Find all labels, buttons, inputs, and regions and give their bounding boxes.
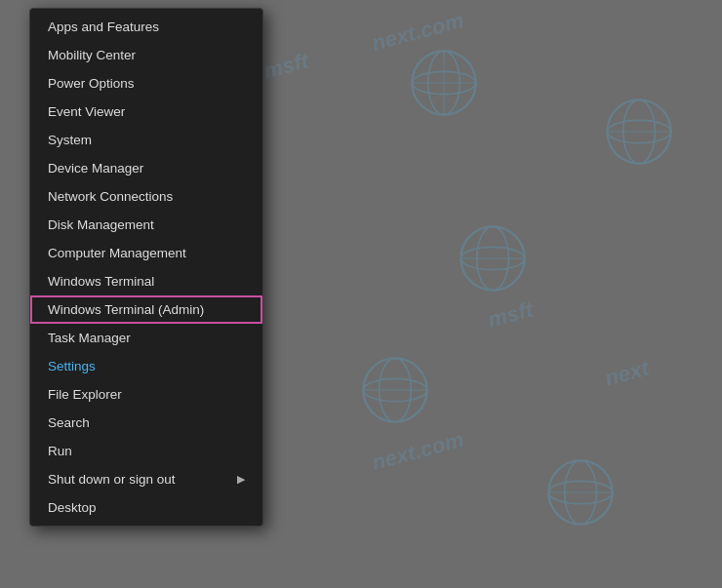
menu-item-disk-management[interactable]: Disk Management	[30, 211, 262, 239]
menu-item-windows-terminal[interactable]: Windows Terminal	[30, 267, 262, 295]
menu-item-windows-terminal-admin[interactable]: Windows Terminal (Admin)	[30, 295, 262, 324]
menu-item-computer-management[interactable]: Computer Management	[30, 239, 262, 267]
menu-item-settings[interactable]: Settings	[30, 352, 262, 380]
menu-item-mobility-center[interactable]: Mobility Center	[30, 41, 262, 69]
menu-item-run[interactable]: Run	[30, 437, 262, 465]
menu-item-file-explorer[interactable]: File Explorer	[30, 380, 262, 409]
menu-item-task-manager[interactable]: Task Manager	[30, 324, 262, 352]
menu-item-power-options[interactable]: Power Options	[30, 69, 262, 98]
menu-item-event-viewer[interactable]: Event Viewer	[30, 98, 262, 126]
context-menu: Apps and Features Mobility Center Power …	[29, 8, 263, 527]
menu-item-device-manager[interactable]: Device Manager	[30, 154, 262, 182]
menu-item-desktop[interactable]: Desktop	[30, 493, 262, 522]
menu-item-shutdown[interactable]: Shut down or sign out ▶	[30, 465, 262, 493]
menu-item-apps-features[interactable]: Apps and Features	[30, 13, 262, 41]
menu-item-network-connections[interactable]: Network Connections	[30, 182, 262, 211]
menu-item-search[interactable]: Search	[30, 409, 262, 437]
submenu-arrow: ▶	[237, 473, 245, 486]
menu-item-system[interactable]: System	[30, 126, 262, 154]
